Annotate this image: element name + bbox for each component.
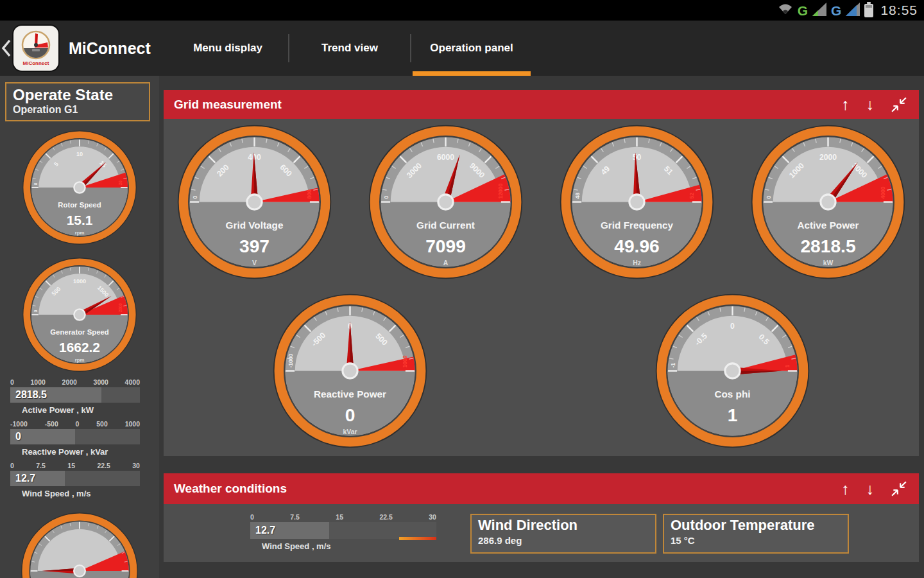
bar-scale: 07.51522.530 [250, 513, 436, 522]
bar-redzone-strip [399, 537, 436, 540]
weather-panel-header: Weather conditions ↑ ↓ [164, 473, 919, 504]
svg-text:0: 0 [766, 196, 772, 199]
app-icon[interactable]: MiConnect [13, 26, 58, 71]
wind-direction-title: Wind Direction [478, 516, 649, 535]
gauge-cos-phi: -0.500.5-11Cos phi1 [654, 292, 811, 450]
wifi-icon [778, 3, 793, 18]
bar-tick-label: 1000 [31, 378, 46, 386]
bar-tick-label: 3000 [94, 378, 108, 386]
bar-tick-label: 0 [76, 420, 80, 428]
svg-text:0: 0 [383, 196, 389, 199]
status-bar: G G 18:55 [0, 0, 924, 21]
svg-text:-1: -1 [670, 363, 676, 368]
gauge-rotor-speed: 51015020Rotor Speed15.1rpm [21, 129, 138, 246]
scroll-up-icon[interactable]: ↑ [841, 481, 850, 497]
bar-tick-label: 22.5 [379, 513, 392, 521]
clock-text: 18:55 [880, 3, 918, 18]
gauge-reactive-power: -5000500-10001000Reactive Power0kVar [271, 292, 429, 450]
collapse-icon[interactable] [891, 480, 907, 497]
bar-tick-label: 15 [67, 462, 75, 469]
tab-trend-view[interactable]: Trend view [289, 21, 410, 76]
main-area: Grid measurement ↑ ↓ 2004006000800Grid V… [164, 90, 919, 578]
svg-text:20: 20 [118, 180, 123, 185]
sidebar: Operate State Operation G1 51015020Rotor… [0, 76, 159, 578]
svg-text:49.96: 49.96 [614, 236, 659, 256]
outdoor-temperature-title: Outdoor Temperature [671, 516, 841, 535]
bar-scale: 07.51522.530 [10, 462, 140, 471]
svg-text:800: 800 [305, 189, 312, 199]
svg-text:Grid Frequency: Grid Frequency [601, 220, 674, 231]
gauge-generator-speed: 5001000150002000Generator Speed1662.2rpm [21, 256, 138, 373]
svg-text:Hz: Hz [633, 259, 641, 267]
back-button[interactable] [1, 39, 11, 58]
bar-tick-label: 500 [96, 420, 108, 428]
bar-tick-label: 1000 [125, 420, 140, 428]
gauge-grid-frequency: 4950514852Grid Frequency49.96Hz [558, 123, 715, 281]
svg-text:Generator Speed: Generator Speed [50, 328, 109, 336]
bar-tick-label: 0 [10, 378, 14, 386]
screen: G G 18:55 MiConnect MiConnect [0, 0, 924, 578]
svg-text:rpm: rpm [75, 229, 85, 235]
signal1-icon [812, 3, 826, 19]
bar-value: 12.7 [15, 473, 35, 484]
svg-text:2000: 2000 [118, 302, 123, 312]
operate-state-box: Operate State Operation G1 [5, 82, 150, 121]
svg-text:Cos phi: Cos phi [715, 389, 751, 399]
gauge-grid-current: 300060009000012000Grid Current7099A [367, 123, 524, 281]
app-icon-gauge [21, 30, 51, 60]
svg-text:Reactive Power: Reactive Power [314, 389, 386, 399]
svg-text:0: 0 [192, 196, 198, 199]
bar-tick-label: 30 [132, 462, 140, 469]
grid-measurement-panel: Grid measurement ↑ ↓ 2004006000800Grid V… [164, 90, 919, 456]
weather-panel-body: 07.51522.530 12.7 Wind Speed , m/s Wind … [164, 504, 919, 554]
svg-text:kW: kW [823, 259, 834, 267]
app-bar: MiConnect MiConnect Menu display Trend v… [0, 21, 924, 76]
bar-tick-label: 30 [429, 513, 436, 521]
svg-text:50: 50 [633, 153, 642, 162]
svg-text:Active Power: Active Power [798, 220, 859, 231]
operate-state-value: Operation G1 [13, 104, 142, 116]
bar-label: Reactive Power , kVar [10, 447, 140, 457]
weather-conditions-panel: Weather conditions ↑ ↓ 07.51522.530 12.7… [164, 473, 919, 562]
tab-menu-display[interactable]: Menu display [167, 21, 288, 76]
bar-track: 2818.5 [10, 387, 140, 403]
bar-tick-label: -500 [45, 420, 58, 428]
svg-text:Grid Current: Grid Current [416, 220, 475, 231]
svg-text:A: A [443, 259, 449, 267]
scroll-down-icon[interactable]: ↓ [866, 481, 875, 497]
svg-text:-1000: -1000 [287, 353, 294, 367]
carrier2-letter: G [831, 4, 841, 17]
gauge-row-1: 2004006000800Grid Voltage397V 3000600090… [164, 123, 919, 281]
svg-text:6000: 6000 [437, 153, 454, 162]
wind-direction-value: 286.9 deg [478, 535, 649, 546]
app-title: MiConnect [69, 39, 158, 58]
bar-tick-label: 2000 [62, 378, 77, 386]
collapse-icon[interactable] [891, 96, 907, 113]
svg-text:kVar: kVar [343, 428, 357, 435]
svg-text:15.1: 15.1 [67, 213, 93, 227]
svg-text:1000: 1000 [73, 278, 86, 285]
svg-text:10: 10 [76, 151, 83, 157]
signal2-icon [846, 3, 860, 19]
svg-text:0: 0 [730, 322, 735, 331]
scroll-down-icon[interactable]: ↓ [866, 96, 875, 112]
bar-reactive-power: -1000-50005001000 0 Reactive Power , kVa… [10, 420, 140, 457]
content: Operate State Operation G1 51015020Rotor… [0, 76, 924, 578]
bar-tick-label: 22.5 [97, 462, 110, 469]
tab-operation-panel[interactable]: Operation panel [411, 21, 532, 76]
app-icon-caption: MiConnect [23, 60, 49, 66]
bar-scale: -1000-50005001000 [10, 420, 140, 429]
bar-tick-label: 7.5 [36, 462, 46, 469]
svg-text:0: 0 [345, 405, 355, 425]
bar-value: 0 [15, 431, 21, 442]
scroll-up-icon[interactable]: ↑ [841, 96, 850, 112]
svg-text:V: V [252, 259, 257, 267]
outdoor-temperature-box: Outdoor Temperature 15 °C [663, 514, 849, 554]
weather-panel-title: Weather conditions [174, 482, 825, 496]
svg-text:2818.5: 2818.5 [801, 236, 856, 256]
svg-text:1: 1 [784, 365, 791, 368]
grid-panel-header: Grid measurement ↑ ↓ [164, 90, 919, 119]
tab-label: Menu display [193, 42, 262, 55]
bar-scale: 01000200030004000 [10, 378, 140, 387]
svg-text:7099: 7099 [425, 236, 466, 256]
